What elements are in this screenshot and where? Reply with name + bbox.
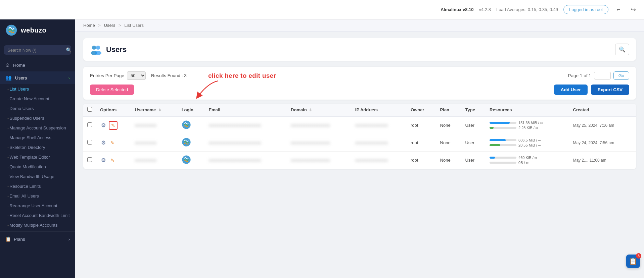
- sidebar-sub-item-quota-modification[interactable]: Quota Modification: [0, 162, 75, 172]
- sidebar-sub-item-suspended-users[interactable]: Suspended Users: [0, 113, 75, 123]
- row-3-login-icon: [182, 155, 191, 164]
- entries-per-page-select[interactable]: 10 25 50 100: [127, 71, 146, 80]
- row-3-username: xxxxxxxxxx: [135, 158, 156, 163]
- sidebar-sub-item-modify-multiple-accounts[interactable]: Modify Multiple Accounts: [0, 220, 75, 230]
- row-1-gear-button[interactable]: ⚙: [100, 121, 107, 129]
- col-login: Login: [178, 104, 205, 116]
- row-2-username: xxxxxxxxxx: [135, 140, 156, 145]
- table-row: ⚙ ✎ xxxxxxxxxx: [83, 152, 636, 169]
- row-3-gear-button[interactable]: ⚙: [100, 156, 107, 164]
- page-number-input[interactable]: [594, 72, 611, 79]
- notification-badge[interactable]: 📋 8: [626, 255, 640, 268]
- col-owner: Owner: [407, 104, 436, 116]
- row-2-login-icon: [182, 137, 191, 147]
- table-row: ⚙ ✎ xxxxxxxxxx: [83, 116, 636, 134]
- row-3-resources: 460 KiB / ∞ 0B / ∞: [490, 156, 565, 165]
- sidebar-sub-item-resource-limits[interactable]: Resource Limits: [0, 181, 75, 191]
- row-1-edit-button[interactable]: ✎: [109, 121, 118, 130]
- add-user-button[interactable]: Add User: [554, 85, 588, 95]
- system-info: Almalinux v8.10 v4.2.8 Load Averages: 0.…: [441, 5, 639, 15]
- table-row: ⚙ ✎ xxxxxxxxxx: [83, 134, 636, 152]
- logged-in-button[interactable]: Logged in as root: [563, 5, 608, 14]
- sidebar-nav: ⊙ Home 👥 Users › List Users Create New A…: [0, 59, 75, 278]
- sidebar-sub-item-list-users[interactable]: List Users: [0, 84, 75, 94]
- row-1-created: May 25, 2024, 7:16 am: [569, 116, 636, 134]
- row-3-edit-button[interactable]: ✎: [109, 157, 116, 164]
- header-search-button[interactable]: 🔍: [615, 44, 629, 55]
- users-page-icon: [90, 44, 102, 55]
- row-1-plan: None: [436, 116, 461, 134]
- nav-divider: [0, 231, 75, 232]
- row-2-ip: xxxxxxxxxxxxxxx: [355, 140, 388, 145]
- row-3-ip: xxxxxxxxxxxxxxx: [355, 158, 388, 163]
- action-buttons: Add User Export CSV: [554, 85, 629, 95]
- sidebar-sub-item-manage-account-suspension[interactable]: Manage Account Suspension: [0, 123, 75, 133]
- sidebar-item-label-home: Home: [13, 63, 25, 68]
- row-2-plan: None: [436, 134, 461, 152]
- search-input[interactable]: [7, 48, 64, 53]
- entries-section: Entries Per Page 10 25 50 100: [90, 71, 146, 80]
- sidebar-item-users[interactable]: 👥 Users ›: [0, 71, 75, 84]
- row-3-res1-label: 460 KiB / ∞: [518, 156, 537, 160]
- toolbar-top: Entries Per Page 10 25 50 100 Results Fo…: [90, 71, 629, 80]
- row-1-username: xxxxxxxxxx: [135, 123, 156, 128]
- delete-selected-button[interactable]: Delete Selected: [90, 85, 134, 95]
- sidebar-sub-item-manage-shell-access[interactable]: Manage Shell Access: [0, 133, 75, 143]
- breadcrumb-home[interactable]: Home: [83, 23, 95, 28]
- row-2-gear-button[interactable]: ⚙: [100, 138, 107, 147]
- os-label: Almalinux v8.10: [441, 7, 473, 12]
- page-content: Users 🔍 Entries Per Page 10 25 50: [75, 32, 644, 278]
- notification-icon: 📋: [629, 258, 637, 265]
- select-all-checkbox[interactable]: [87, 107, 92, 112]
- col-email: Email: [204, 104, 287, 116]
- main-layout: webuzo 🔍 ⊙ Home 👥 Users › List Users: [0, 19, 644, 278]
- row-1-owner: root: [407, 116, 436, 134]
- row-3-options: ⚙ ✎: [100, 156, 127, 164]
- row-1-checkbox[interactable]: [87, 122, 92, 127]
- annotation-text: click here to edit user: [208, 72, 276, 79]
- sidebar-sub-item-skeleton-directory[interactable]: Skeleton Directory: [0, 143, 75, 152]
- annotation-arrow-icon: [195, 79, 222, 100]
- sidebar-item-label-users: Users: [15, 75, 27, 80]
- sidebar-sub-item-rearrange-user-account[interactable]: Rearrange User Account: [0, 201, 75, 211]
- terminal-button[interactable]: ⌐: [614, 5, 623, 14]
- results-found: Results Found : 3: [151, 73, 187, 78]
- export-csv-button[interactable]: Export CSV: [591, 85, 629, 95]
- row-3-checkbox[interactable]: [87, 157, 92, 162]
- search-icon[interactable]: 🔍: [66, 47, 72, 53]
- sidebar-item-plans[interactable]: 📋 Plans ›: [0, 233, 75, 245]
- row-2-edit-button[interactable]: ✎: [109, 139, 116, 147]
- sidebar-sub-item-create-new-account[interactable]: Create New Account: [0, 94, 75, 104]
- sidebar-sub-item-reset-account-bandwidth-limit[interactable]: Reset Account Bandwidth Limit: [0, 211, 75, 220]
- row-1-options: ⚙ ✎: [100, 121, 127, 130]
- top-navbar: Almalinux v8.10 v4.2.8 Load Averages: 0.…: [0, 0, 644, 19]
- page-header: Users 🔍: [83, 38, 636, 61]
- row-1-email: xxxxxxxxxxxxxxxxxxxxxxxx: [209, 123, 261, 128]
- row-2-res2-label: 20.55 MiB / ∞: [518, 143, 541, 147]
- row-1-login-icon: [182, 120, 191, 129]
- plans-label: Plans: [14, 237, 68, 242]
- go-button[interactable]: Go: [613, 71, 629, 80]
- sidebar-sub-item-web-template-editor[interactable]: Web Template Editor: [0, 152, 75, 162]
- sidebar-sub-item-email-all-users[interactable]: Email All Users: [0, 191, 75, 201]
- row-3-plan: None: [436, 152, 461, 169]
- home-icon: ⊙: [5, 62, 10, 68]
- breadcrumb-users[interactable]: Users: [104, 23, 116, 28]
- sidebar-search: 🔍: [0, 41, 75, 59]
- row-2-checkbox[interactable]: [87, 140, 92, 145]
- sidebar-sub-item-demo-users[interactable]: Demo Users: [0, 104, 75, 113]
- users-table: Options Username ⇕ Login Email Domain ⇕ …: [83, 104, 636, 169]
- sidebar-item-home[interactable]: ⊙ Home: [0, 59, 75, 71]
- sidebar-sub-item-view-bandwidth-usage[interactable]: View Bandwidth Usage: [0, 172, 75, 181]
- logout-button[interactable]: ↪: [628, 5, 639, 15]
- col-resources: Resources: [486, 104, 569, 116]
- breadcrumb-current: List Users: [124, 23, 144, 28]
- col-plan: Plan: [436, 104, 461, 116]
- logo-text: webuzo: [21, 26, 46, 34]
- col-ip: IP Address: [351, 104, 407, 116]
- users-icon: 👥: [5, 75, 12, 81]
- plans-icon: 📋: [5, 236, 11, 242]
- breadcrumb: Home > Users > List Users: [75, 19, 644, 32]
- table-body: ⚙ ✎ xxxxxxxxxx: [83, 116, 636, 169]
- page-label: Page 1 of 1: [568, 73, 591, 78]
